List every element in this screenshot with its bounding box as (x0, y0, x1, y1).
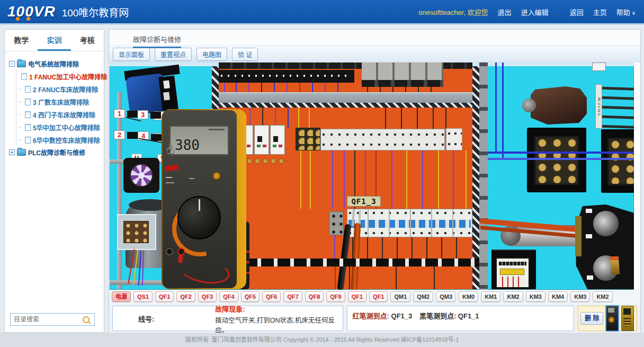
tag-block (150, 112, 161, 119)
wire (298, 108, 299, 128)
terminal-block-contacts (534, 136, 579, 185)
machine-cylinder (593, 211, 619, 236)
component-button[interactable]: QM3 (436, 291, 456, 302)
multimeter[interactable]: 380 (162, 109, 246, 289)
back-link[interactable]: 返回 (570, 7, 584, 17)
relay-slot (163, 92, 170, 100)
terminal-block-contacts (607, 138, 634, 185)
frame-divider (479, 63, 488, 290)
lcd-annunciator (209, 129, 225, 130)
verify-button[interactable]: 验 证 (232, 48, 258, 61)
component-button[interactable]: QF4 (219, 291, 238, 302)
component-button[interactable]: KM3 (526, 291, 545, 302)
logout-link[interactable]: 退出 (498, 7, 512, 17)
show-panel-button[interactable]: 显示面板 (113, 48, 150, 61)
motor-junction-box (117, 214, 156, 250)
wire (349, 266, 350, 289)
wire (310, 150, 311, 209)
tree-item-label: 2 FANUC车床故障排除 (33, 85, 98, 94)
multimeter-thumbnail[interactable] (605, 305, 619, 332)
component-button[interactable]: QF5 (241, 291, 260, 302)
top-header: 100VR 100唯尔教育网 onesoftteacher, 欢迎您 退出 进入… (0, 0, 644, 25)
enter-edit-link[interactable]: 进入编辑 (521, 7, 549, 17)
3d-scene-viewport[interactable]: QF1_3 PE U V W (110, 63, 634, 290)
tree-item-fanuc-lathe[interactable]: 2 FANUC车床故障排除 (19, 83, 102, 95)
component-button[interactable]: QF3 (198, 291, 217, 302)
component-button[interactable]: QF1 (369, 291, 388, 302)
component-button[interactable]: QF1 (155, 291, 174, 302)
component-button[interactable]: QF7 (283, 291, 302, 302)
component-button[interactable]: 电源 (112, 291, 131, 302)
tree-item-hzh-machining[interactable]: 5华中加工中心故障排除 (19, 121, 102, 134)
collapse-icon[interactable]: - (9, 61, 15, 67)
component-button[interactable]: QS1 (133, 291, 153, 302)
hazard-strip-bottom (212, 259, 479, 266)
search-input[interactable] (11, 315, 83, 324)
search-icon[interactable] (83, 316, 90, 323)
component-button[interactable]: KM1 (481, 291, 500, 302)
line-number-label: 线号: (138, 314, 171, 324)
tab-training[interactable]: 实训 (38, 34, 70, 51)
component-button[interactable]: QM2 (413, 291, 433, 302)
wire (495, 63, 497, 154)
meter-marking (189, 178, 194, 179)
reset-view-button[interactable]: 重置视点 (155, 48, 192, 61)
terminal-end-module (446, 128, 462, 150)
duct-hazard-strip (219, 103, 472, 108)
component-button[interactable]: KM2 (593, 291, 612, 302)
tree-node-plc[interactable]: + PLC故障诊断与维修 (9, 146, 102, 158)
frame-bar (117, 92, 122, 289)
course-sidebar: 教学 实训 考核 - 电气系统故障排除 1 FANUC加工中心故障排除 2 FA… (4, 29, 104, 333)
component-button[interactable]: QF1 (348, 291, 366, 302)
tree-node-electrical[interactable]: - 电气系统故障排除 (9, 58, 102, 70)
site-logo[interactable]: 100VR (7, 4, 56, 19)
footer-copyright: 版权所有: 厦门凤凰创壹软件有限公司 Copyright © 2014 - 20… (0, 333, 644, 347)
machine-assembly (571, 204, 634, 289)
tab-teaching[interactable]: 教学 (5, 34, 38, 51)
expand-icon[interactable]: + (9, 149, 15, 155)
wire (396, 266, 397, 289)
delete-button[interactable]: 删 除 (580, 312, 603, 325)
help-menu[interactable]: 帮助∨ (616, 7, 636, 17)
wire (488, 152, 634, 154)
wire (334, 235, 335, 260)
component-button[interactable]: KM3 (570, 291, 590, 302)
terminal-strip-long (320, 129, 445, 150)
component-button[interactable]: KM4 (548, 291, 568, 302)
wire (405, 87, 406, 92)
black-probe-label: 黑笔测到点: (419, 312, 456, 320)
tree-item-fanuc-machining[interactable]: 1 FANUC加工中心故障排除 (19, 70, 102, 83)
tree-node-label: 电气系统故障排除 (28, 59, 79, 68)
home-link[interactable]: 主页 (593, 7, 607, 17)
wire (518, 277, 519, 287)
component-button[interactable]: QM1 (390, 291, 410, 302)
tab-assessment[interactable]: 考核 (71, 34, 104, 51)
wire (431, 87, 432, 92)
tree-item-gsk-lathe[interactable]: 3 广数车床故障排除 (19, 95, 102, 108)
file-icon (21, 73, 27, 80)
site-title: 100唯尔教育网 (62, 5, 129, 19)
wire (417, 108, 418, 129)
transformer-terminal-strip (500, 269, 524, 275)
circuit-breaker-row[interactable] (347, 209, 472, 237)
component-button[interactable]: QF6 (262, 291, 281, 302)
component-button[interactable]: QF2 (176, 291, 195, 302)
wire (391, 150, 392, 209)
tree-item-siemens-lathe[interactable]: 4 西门子车床故障排除 (19, 108, 102, 121)
component-button[interactable]: QF8 (305, 291, 324, 302)
component-button[interactable]: QF9 (326, 291, 345, 302)
oscilloscope-thumbnail[interactable] (621, 306, 634, 331)
tab-fault-diagnosis[interactable]: 故障诊断与维修 (133, 34, 181, 48)
sidebar-tabs: 教学 实训 考核 (5, 30, 104, 51)
component-button[interactable]: KM2 (503, 291, 523, 302)
chevron-down-icon: ∨ (632, 10, 636, 16)
tree-item-label: 1 FANUC加工中心故障排除 (29, 72, 107, 81)
circuit-diagram-button[interactable]: 电路图 (196, 48, 227, 61)
component-button[interactable]: KM0 (459, 291, 478, 302)
tree-item-hzh-cnc-lathe[interactable]: 6华中数控车床故障排除 (19, 134, 102, 146)
junction-terminals (123, 221, 149, 243)
relay-module-row (362, 63, 443, 87)
rotary-dial[interactable] (177, 196, 221, 239)
help-label: 帮助 (616, 8, 630, 16)
wire (248, 83, 249, 92)
